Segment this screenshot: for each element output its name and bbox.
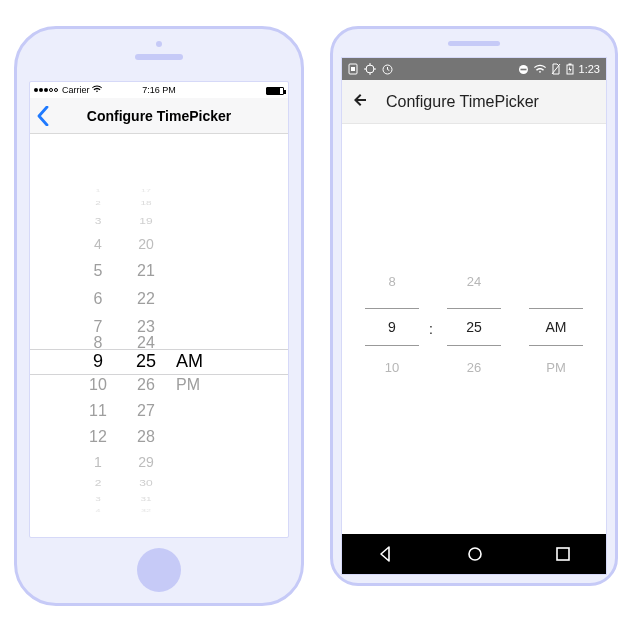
hour-selected: 9 <box>365 308 419 346</box>
signal-dots-icon <box>34 88 58 92</box>
status-time: 1:23 <box>579 63 600 75</box>
nav-recents-icon[interactable] <box>555 546 571 562</box>
iphone-frame: Carrier 7:16 PM Configure TimePicker <box>14 26 304 606</box>
svg-rect-9 <box>520 68 526 70</box>
ios-nav-bar: Configure TimePicker <box>30 98 288 134</box>
svg-rect-1 <box>351 67 355 71</box>
svg-rect-14 <box>557 548 569 560</box>
no-sim-icon <box>551 63 561 75</box>
page-title: Configure TimePicker <box>30 108 288 124</box>
nav-back-icon[interactable] <box>377 545 395 563</box>
clock-icon <box>382 64 393 75</box>
minute-selected: 25 <box>122 351 170 372</box>
ios-status-bar: Carrier 7:16 PM <box>30 82 288 98</box>
android-frame: 1:23 Configure TimePicker 8 9 10 : <box>330 26 618 586</box>
minute-wheel[interactable]: 17 18 19 20 21 22 23 24 25 26 27 28 29 3… <box>122 144 170 538</box>
iphone-speaker <box>135 54 183 60</box>
sim-icon <box>348 63 358 75</box>
status-time: 7:16 PM <box>117 85 200 95</box>
minute-selected: 25 <box>447 308 501 346</box>
comparison-stage: Carrier 7:16 PM Configure TimePicker <box>0 0 632 630</box>
android-nav-bar <box>342 534 606 574</box>
minute-column[interactable]: : 24 25 26 <box>447 274 501 380</box>
battery-icon <box>266 87 284 95</box>
android-body: 8 9 10 : 24 25 26 AM PM <box>342 124 606 534</box>
android-app-bar: Configure TimePicker <box>342 80 606 124</box>
ampm-wheel[interactable]: AM PM <box>170 144 226 538</box>
android-screen: 1:23 Configure TimePicker 8 9 10 : <box>341 57 607 575</box>
hour-column[interactable]: 8 9 10 <box>365 274 419 380</box>
android-status-bar: 1:23 <box>342 58 606 80</box>
dnd-icon <box>518 64 529 75</box>
nav-home-icon[interactable] <box>466 545 484 563</box>
back-button[interactable] <box>36 106 50 126</box>
svg-rect-12 <box>568 64 571 66</box>
iphone-home-button[interactable] <box>137 548 181 592</box>
svg-point-13 <box>469 548 481 560</box>
iphone-screen: Carrier 7:16 PM Configure TimePicker <box>29 81 289 538</box>
bug-icon <box>364 63 376 75</box>
ampm-column[interactable]: AM PM <box>529 274 583 380</box>
battery-icon <box>566 63 574 75</box>
back-button[interactable] <box>352 91 370 113</box>
iphone-camera-dot <box>156 41 162 47</box>
android-time-picker[interactable]: 8 9 10 : 24 25 26 AM PM <box>342 274 606 380</box>
android-speaker <box>448 41 500 46</box>
ampm-selected: AM <box>170 351 226 372</box>
ampm-selected: AM <box>529 308 583 346</box>
carrier-label: Carrier <box>62 85 90 95</box>
hour-selected: 9 <box>74 351 122 372</box>
wifi-icon <box>92 85 102 95</box>
wifi-icon <box>534 64 546 74</box>
page-title: Configure TimePicker <box>386 93 539 111</box>
time-separator: : <box>429 321 433 337</box>
ios-time-picker[interactable]: 1 2 3 4 5 6 7 8 9 10 11 12 1 2 <box>30 144 288 538</box>
hour-wheel[interactable]: 1 2 3 4 5 6 7 8 9 10 11 12 1 2 <box>74 144 122 538</box>
svg-point-2 <box>366 65 374 73</box>
